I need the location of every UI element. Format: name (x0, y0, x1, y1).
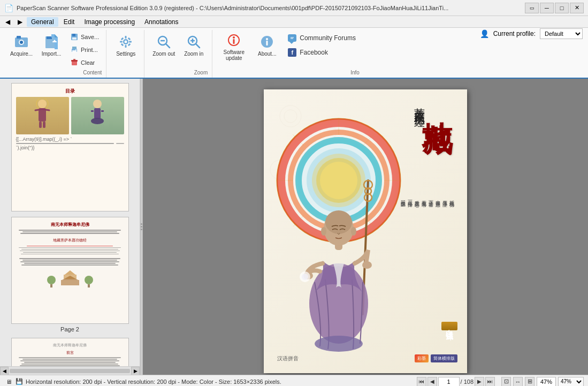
svg-point-16 (75, 49, 77, 50)
last-page-button[interactable]: ⏭ (485, 377, 495, 387)
tab-edit[interactable]: Edit (59, 17, 79, 27)
title-bar: 📄 PaperScan Scanner Software Professiona… (0, 0, 588, 16)
page-total: / 108 (461, 379, 474, 385)
acquire-button[interactable]: Acquire... (7, 30, 35, 60)
scroll-left-button[interactable]: ◀ (0, 367, 9, 375)
svg-rect-24 (120, 41, 123, 43)
about-button[interactable]: About... (252, 30, 282, 60)
close-icon: ✕ (575, 4, 579, 11)
fit-page-button[interactable]: ⊡ (501, 377, 511, 387)
nav-back-button[interactable]: ◀ (2, 17, 13, 27)
svg-rect-39 (233, 39, 235, 44)
close-button[interactable]: ✕ (570, 3, 584, 13)
svg-rect-56 (91, 110, 94, 112)
first-page-button[interactable]: ⏮ (417, 377, 426, 387)
content-group-label: Content (83, 70, 102, 75)
svg-point-55 (91, 118, 104, 124)
zoom-group-label: Zoom (194, 70, 208, 75)
restore-down-button[interactable]: ▭ (525, 3, 539, 13)
svg-rect-25 (129, 41, 132, 43)
settings-button[interactable]: Settings (112, 30, 140, 60)
profile-select[interactable]: Default (540, 28, 583, 39)
prev-page-button[interactable]: ◀ (427, 377, 437, 387)
software-update-button[interactable]: Software update (218, 30, 250, 63)
thumbnail-1[interactable]: 目录 (11, 83, 129, 211)
right-text-col-2: 庄严佛净土 (441, 196, 449, 199)
current-profile-icon: 👤 (480, 29, 489, 38)
right-text-col-3: 上报四重恩 (434, 196, 442, 199)
save-button[interactable]: Save... (67, 31, 102, 43)
ribbon-group-settings: Settings S (108, 30, 144, 78)
facebook-button[interactable]: f Facebook (284, 46, 360, 59)
horizontal-scrollbar[interactable]: ◀ ▶ (0, 366, 140, 375)
svg-rect-5 (47, 36, 52, 39)
thumbnail-2[interactable]: 南无本师释迦牟尼佛 地藏菩萨本愿功德经 (11, 217, 129, 332)
zoom-dropdown[interactable]: 47% 25% 50% 75% 100% 150% 200% (558, 377, 584, 387)
nav-forward-button[interactable]: ▶ (14, 17, 26, 27)
svg-line-32 (166, 44, 170, 48)
svg-rect-42 (266, 41, 268, 46)
page-number-input[interactable] (438, 377, 460, 387)
svg-point-98 (362, 261, 372, 269)
svg-point-38 (233, 36, 235, 39)
zoom-in-icon (186, 34, 201, 49)
svg-point-97 (351, 227, 356, 236)
status-resolution-text: Horizontal resolution: 200 dpi - Vertica… (26, 379, 415, 385)
svg-rect-14 (72, 47, 77, 49)
community-forums-button[interactable]: Community Forums (284, 32, 360, 44)
right-text-col-5: 若有见闻者 (421, 196, 428, 199)
svg-rect-18 (71, 60, 78, 62)
main-content: 目录 (0, 79, 588, 375)
document-view[interactable]: 地藏 菩萨本愿功德经 祈愿此功德 庄严佛净土 上报四重恩 下济三途苦 若有见闻者… (143, 79, 588, 375)
info-links: Community Forums f Facebook (284, 30, 360, 59)
svg-rect-65 (88, 284, 90, 287)
print-icon (70, 46, 79, 54)
svg-marker-58 (65, 270, 75, 275)
fit-width-button[interactable]: ↔ (513, 377, 523, 387)
next-page-button[interactable]: ▶ (475, 377, 484, 387)
right-text-col-4: 下济三途苦 (427, 196, 435, 199)
svg-rect-57 (101, 110, 104, 112)
print-button[interactable]: Print... (67, 44, 102, 56)
status-icon-2[interactable]: 💾 (15, 377, 24, 386)
svg-point-41 (266, 38, 268, 40)
edition-badge: 简体横排版 (431, 354, 457, 362)
horizontal-scrollbar-track[interactable] (10, 369, 130, 373)
actual-size-button[interactable]: ⊞ (525, 377, 534, 387)
maximize-button[interactable]: □ (555, 3, 569, 13)
svg-rect-51 (39, 122, 42, 128)
status-bar: 🖥 💾 Horizontal resolution: 200 dpi - Ver… (0, 375, 588, 386)
tab-image-processing[interactable]: Image processing (80, 17, 139, 27)
community-forums-label: Community Forums (300, 34, 356, 42)
svg-rect-22 (125, 36, 127, 39)
svg-point-95 (325, 210, 352, 234)
minimize-button[interactable]: ─ (540, 3, 554, 13)
save-label: Save... (81, 34, 99, 40)
svg-point-101 (302, 274, 308, 280)
tab-annotations[interactable]: Annotations (140, 17, 182, 27)
thumbnails-scroll[interactable]: 目录 (0, 79, 140, 366)
tab-general[interactable]: General (27, 17, 58, 27)
zoom-out-icon (156, 34, 171, 49)
right-text-col-6: 悉发菩提心 (414, 196, 421, 199)
settings-label: Settings (116, 51, 135, 57)
svg-point-46 (38, 100, 47, 108)
svg-point-53 (93, 100, 102, 108)
clear-icon (70, 58, 79, 67)
about-icon (259, 34, 274, 49)
ribbon-group-content: Acquire... Import... (3, 30, 106, 78)
print-label: Print... (81, 47, 98, 53)
thumbnail-3[interactable]: 南无本师释迦牟尼佛 前言 (11, 338, 129, 366)
clear-button[interactable]: Clear (67, 57, 102, 69)
zoom-input[interactable]: 47% (537, 377, 556, 387)
zoom-out-button[interactable]: Zoom out (150, 30, 178, 60)
svg-line-50 (42, 109, 49, 110)
zoom-in-button[interactable]: Zoom in (180, 30, 208, 60)
page-navigation: ⏮ ◀ / 108 ▶ ⏭ (417, 377, 495, 387)
status-icon-1[interactable]: 🖥 (4, 377, 13, 386)
import-button[interactable]: Import... (37, 30, 65, 60)
save-icon (70, 33, 79, 41)
svg-rect-29 (128, 43, 131, 47)
scroll-right-button[interactable]: ▶ (131, 367, 140, 375)
profile-area: 👤 Current profile: Default (480, 28, 583, 40)
